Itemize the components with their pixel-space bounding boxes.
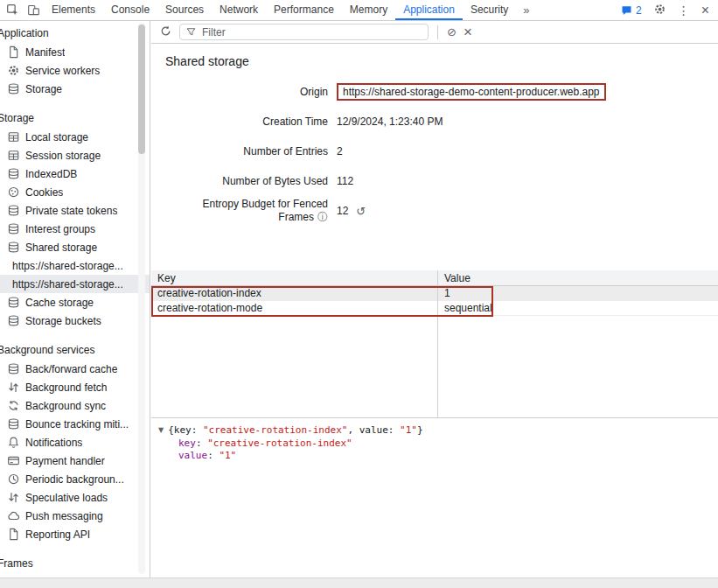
refresh-icon[interactable] [159,24,172,40]
tab-memory[interactable]: Memory [342,0,395,20]
sidebar-item-storage[interactable]: Storage [0,80,150,98]
up-down-arrows-icon [7,381,20,394]
entropy-budget-value: 12 [337,205,348,217]
devtools-window: Elements Console Sources Network Perform… [0,0,718,588]
sidebar-item-background-fetch[interactable]: Background fetch [0,378,150,396]
prop-colon: : [207,450,219,461]
sidebar-item-label: Local storage [25,131,88,144]
summary-text: } [417,424,423,436]
tab-security[interactable]: Security [463,0,516,20]
filter-box[interactable] [179,24,429,40]
bottom-scrollbar-strip[interactable] [0,578,718,588]
sidebar-item-label: Shared storage [25,242,97,254]
document-icon [7,528,20,541]
entries-count-value: 2 [337,145,343,158]
sidebar-item-label: Background fetch [25,382,107,394]
sidebar-item-periodic-background-sync[interactable]: Periodic backgroun... [0,470,150,488]
close-devtools-icon[interactable]: × [701,4,709,18]
database-icon [7,362,20,375]
preview-prop-row: key: "creative-rotation-index" [158,438,711,450]
sidebar-item-speculative-loads[interactable]: Speculative loads [0,488,150,507]
tab-console[interactable]: Console [103,0,157,20]
filter-input[interactable] [202,26,422,38]
sidebar-item-manifest[interactable]: Manifest [0,43,150,61]
prop-name: value [178,450,207,461]
sidebar-item-shared-storage[interactable]: Shared storage [0,238,150,256]
tab-application[interactable]: Application [395,0,463,20]
sidebar-item-label: Service workers [25,65,100,77]
column-header-value[interactable]: Value [437,272,471,284]
metadata-row-creation-time: Creation Time 12/9/2024, 1:23:40 PM [151,107,718,136]
disclosure-triangle-icon[interactable]: ▼ [158,424,164,437]
sidebar-item-push-messaging[interactable]: Push messaging [0,507,150,525]
inspect-element-icon[interactable] [2,0,23,20]
issues-badge[interactable]: 2 [620,4,642,17]
database-icon [7,204,20,217]
settings-gear-icon[interactable] [653,3,666,18]
database-icon [7,296,20,309]
delete-selected-icon[interactable]: × [464,24,472,39]
cloud-icon [7,509,20,522]
table-row[interactable]: creative-rotation-mode sequential [151,301,718,316]
reset-budget-icon[interactable]: ↺ [356,205,366,218]
table-row[interactable]: creative-rotation-index 1 [151,286,718,301]
prop-value: "creative-rotation-index" [207,438,352,449]
sidebar-item-notifications[interactable]: Notifications [0,433,150,452]
info-icon[interactable]: ⓘ [317,211,328,223]
sidebar-item-cookies[interactable]: Cookies [0,183,150,201]
bell-icon [7,436,20,449]
table-grid-icon [7,130,20,144]
tab-label: Elements [52,4,95,16]
tab-label: Network [220,4,258,16]
sidebar-item-session-storage[interactable]: Session storage [0,146,150,164]
sidebar-item-background-sync[interactable]: Background sync [0,396,150,415]
issues-count: 2 [636,4,642,17]
bytes-used-value: 112 [337,175,353,187]
creation-time-value: 12/9/2024, 1:23:40 PM [337,116,443,128]
sidebar-scrollbar-thumb[interactable] [138,24,145,154]
sidebar-item-label: Cache storage [25,297,94,309]
payment-card-icon [7,454,20,467]
sidebar-item-local-storage[interactable]: Local storage [0,128,150,146]
sidebar-item-back-forward-cache[interactable]: Back/forward cache [0,360,150,378]
tab-sources[interactable]: Sources [157,0,212,20]
preview-summary: ▼{key: "creative-rotation-index", value:… [158,424,711,438]
database-icon [7,314,20,327]
sidebar-item-label: Background sync [25,400,106,412]
more-tabs-button[interactable]: » [516,0,536,20]
sidebar-item-private-state-tokens[interactable]: Private state tokens [0,201,150,220]
sidebar-item-payment-handler[interactable]: Payment handler [0,452,150,470]
panel-toolbar: ⊘ × [151,21,718,44]
sidebar-item-cache-storage[interactable]: Cache storage [0,293,150,312]
sidebar-item-interest-groups[interactable]: Interest groups [0,220,150,238]
issues-icon [620,4,633,17]
tab-network[interactable]: Network [212,0,266,20]
entropy-label-text: Entropy Budget for Fenced Frames [203,198,328,223]
section-header-frames: Frames [0,555,150,573]
sidebar-item-service-workers[interactable]: Service workers [0,61,150,80]
sidebar-item-bounce-tracking[interactable]: Bounce tracking miti... [0,415,150,433]
clear-all-icon[interactable]: ⊘ [447,25,457,38]
chevrons-right-icon: » [523,4,529,17]
clock-icon [7,472,20,486]
tab-elements[interactable]: Elements [44,0,103,20]
column-header-key[interactable]: Key [151,272,437,284]
database-icon [7,417,20,430]
metadata-row-number-of-entries: Number of Entries 2 [151,136,718,166]
metadata-label: Creation Time [151,116,337,128]
device-toolbar-icon[interactable] [23,0,44,20]
sidebar-item-storage-buckets[interactable]: Storage buckets [0,312,150,330]
sidebar-item-reporting-api[interactable]: Reporting API [0,525,150,543]
kebab-menu-icon[interactable]: ⋮ [678,4,690,17]
sidebar-item-shared-storage-origin-2-selected[interactable]: https://shared-storage... [0,275,150,293]
sidebar-item-indexeddb[interactable]: IndexedDB [0,164,150,183]
sidebar-scrollbar-track[interactable] [138,23,145,574]
entry-preview-pane: ▼{key: "creative-rotation-index", value:… [151,417,718,578]
sidebar-item-shared-storage-origin-1[interactable]: https://shared-storage... [0,256,150,275]
sidebar-item-label: Storage buckets [25,315,101,327]
tab-label: Performance [274,4,334,16]
row-key-cell: creative-rotation-mode [151,302,437,314]
tab-performance[interactable]: Performance [266,0,342,20]
sidebar-item-label: Manifest [25,46,65,59]
document-icon [7,46,20,59]
